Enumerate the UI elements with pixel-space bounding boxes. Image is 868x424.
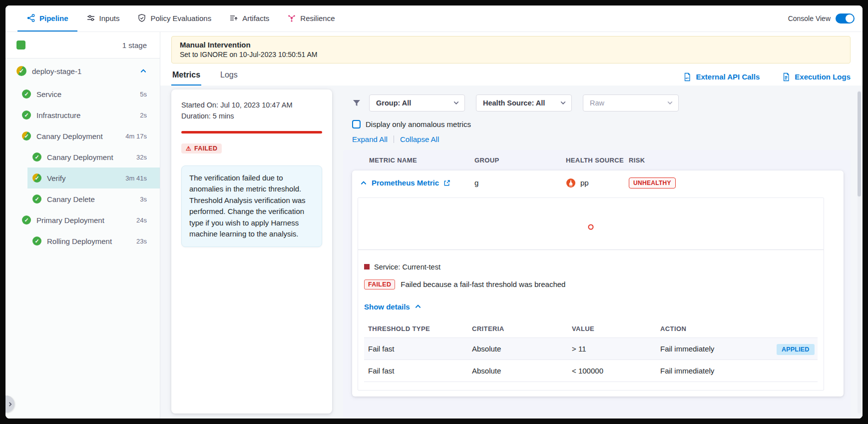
verification-progress-bar [181, 131, 322, 134]
step-primary-deployment[interactable]: ✓Primary Deployment24s [5, 210, 160, 230]
threshold-type-value: Fail fast [364, 344, 472, 353]
collapse-all-link[interactable]: Collapse All [400, 135, 439, 144]
tab-inputs[interactable]: Inputs [77, 6, 129, 32]
metric-row-card: Prometheus Metric g [352, 170, 844, 396]
col-value: VALUE [572, 325, 660, 332]
header-links: API External API Calls [683, 72, 851, 86]
legend-swatch [364, 264, 370, 270]
metric-chart [358, 198, 824, 250]
detail-tabs: Metrics Logs [171, 68, 239, 86]
anomalous-metrics-filter[interactable]: Display only anomalous metrics [352, 120, 851, 128]
step-duration: 3s [140, 196, 147, 203]
criteria-value: Absolute [472, 366, 572, 375]
tab-policy-evaluations[interactable]: Policy Evaluations [128, 6, 220, 32]
success-icon: ✓ [22, 90, 31, 98]
metric-row[interactable]: Prometheus Metric g [352, 170, 844, 196]
step-infrastructure[interactable]: ✓Infrastructure2s [5, 104, 160, 126]
raw-filter-dropdown[interactable]: Raw [583, 94, 679, 112]
link-label: Execution Logs [795, 72, 851, 81]
tab-logs[interactable]: Logs [219, 68, 239, 86]
chevron-up-icon[interactable] [140, 68, 147, 74]
metric-name-cell: Prometheus Metric [360, 178, 474, 187]
criteria-value: Absolute [472, 344, 572, 353]
step-service[interactable]: ✓Service5s [5, 84, 160, 104]
step-verify[interactable]: ✓Verify3m 41s [27, 168, 160, 188]
filter-row: Group: All Health Source: All [352, 94, 851, 112]
tab-artifacts[interactable]: Artifacts [220, 6, 278, 32]
step-canary-delete[interactable]: ✓Canary Delete3s [27, 188, 160, 210]
verification-status-badge: ⚠ FAILED [181, 144, 222, 154]
stage-status-icon: ✓ [16, 66, 26, 76]
action-value: Fail immediately [660, 366, 777, 375]
step-label: Infrastructure [36, 111, 80, 120]
value-value: > 11 [572, 344, 660, 353]
threshold-rows: Fail fastAbsolute> 11Fail immediatelyAPP… [364, 338, 818, 382]
col-threshold-type: THRESHOLD TYPE [364, 325, 472, 332]
resilience-chaos-icon [287, 14, 296, 22]
external-api-calls-link[interactable]: API External API Calls [683, 72, 760, 82]
expand-all-link[interactable]: Expand All [352, 135, 388, 144]
vertical-scrollbar[interactable] [858, 90, 861, 414]
prometheus-metric-link[interactable]: Prometheus Metric [372, 178, 439, 187]
col-metric-name: METRIC NAME [360, 156, 474, 164]
legend-label: Service: Current-test [374, 263, 440, 271]
health-source-filter-dropdown[interactable]: Health Source: All [476, 94, 572, 112]
step-canary-deployment[interactable]: ✓Canary Deployment4m 17s [5, 126, 160, 146]
dropdown-value: Group: All [376, 99, 411, 107]
external-link-icon[interactable] [443, 180, 450, 186]
step-duration: 3m 41s [125, 174, 147, 182]
console-view-toggle[interactable] [836, 14, 855, 24]
step-canary-deployment[interactable]: ✓Canary Deployment32s [27, 146, 160, 168]
checkbox-label: Display only anomalous metrics [366, 120, 471, 128]
tab-label: Resilience [300, 14, 335, 22]
step-label: Service [36, 90, 61, 98]
chevron-up-icon [415, 303, 422, 310]
tab-label: Pipeline [39, 14, 68, 22]
step-label: Primary Deployment [36, 216, 104, 224]
group-filter-dropdown[interactable]: Group: All [369, 94, 465, 112]
step-duration: 32s [136, 154, 147, 161]
tab-label: Metrics [172, 70, 200, 79]
tab-resilience[interactable]: Resilience [278, 6, 344, 32]
scrollbar-thumb[interactable] [858, 92, 861, 196]
chevron-down-icon [453, 100, 459, 106]
main-panel: Manual Intervention Set to IGNORE on 10-… [160, 32, 863, 418]
stage-status-square-icon [16, 40, 25, 50]
execution-logs-link[interactable]: Execution Logs [782, 72, 851, 82]
tab-label: Inputs [99, 14, 120, 22]
health-source-cell: pp [566, 178, 629, 188]
step-label: Canary Deployment [36, 132, 103, 140]
anomalous-metrics-checkbox[interactable] [352, 120, 361, 128]
banner-message: Set to IGNORE on 10-Jul-2023 10:50:51 AM [180, 50, 842, 60]
chevron-down-icon [667, 100, 673, 106]
success-icon: ✓ [22, 110, 31, 120]
metrics-panel: Group: All Health Source: All [343, 90, 851, 418]
console-view-label: Console View [788, 14, 831, 22]
step-duration: 24s [136, 216, 147, 224]
warning-triangle-icon: ⚠ [186, 146, 191, 152]
badge-cell: APPLIED [777, 344, 818, 353]
stage-name: deploy-stage-1 [32, 67, 81, 76]
show-details-link[interactable]: Show details [364, 302, 422, 311]
tab-pipeline[interactable]: Pipeline [17, 6, 77, 32]
health-source-value: pp [580, 178, 589, 187]
collapse-chevron-up-icon[interactable] [360, 180, 367, 186]
success-warning-icon: ✓ [32, 174, 41, 182]
step-rolling-deployment[interactable]: ✓Rolling Deployment23s [27, 230, 160, 252]
inputs-icon [86, 14, 95, 22]
dropdown-value: Health Source: All [483, 99, 545, 107]
verification-message-box: The verification failed due to anomalies… [181, 166, 322, 247]
success-warning-icon: ✓ [22, 132, 31, 140]
step-label: Verify [47, 174, 66, 182]
filter-funnel-icon[interactable] [352, 98, 361, 108]
step-duration: 4m 17s [125, 132, 147, 140]
stage-count: 1 stage [122, 41, 147, 50]
link-label: External API Calls [696, 72, 760, 81]
expand-collapse-row: Expand All Collapse All [352, 135, 851, 144]
tab-metrics[interactable]: Metrics [171, 68, 201, 86]
stage-deploy-stage-1[interactable]: ✓ deploy-stage-1 [5, 58, 160, 84]
threshold-details-table: THRESHOLD TYPE CRITERIA VALUE ACTION Fai… [364, 320, 818, 382]
step-duration: 5s [140, 90, 147, 98]
failure-reason-row: FAILED Failed because a fail-fast thresh… [364, 280, 824, 290]
anomalous-data-point[interactable] [588, 224, 594, 230]
